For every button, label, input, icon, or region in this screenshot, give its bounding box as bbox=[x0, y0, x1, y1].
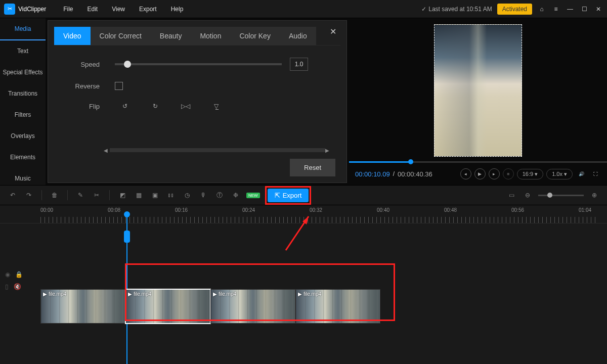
edit-clip-icon[interactable]: ✎ bbox=[75, 190, 86, 201]
sidebar-special-effects[interactable]: Special Effects bbox=[0, 62, 46, 83]
check-icon: ✓ bbox=[421, 6, 426, 13]
edit-panel: ✕ Video Color Correct Beauty Motion Colo… bbox=[48, 20, 347, 183]
zoom-slider[interactable] bbox=[538, 195, 584, 196]
export-highlight-annotation: ⇱ Export bbox=[265, 186, 312, 205]
zoom-in-icon[interactable]: ⊕ bbox=[589, 190, 600, 201]
video-track[interactable]: ▶file.mp4 ▶file.mp4 ▶file.mp4 ▶file.mp4 bbox=[40, 289, 607, 325]
menu-view[interactable]: View bbox=[105, 6, 132, 13]
preview-frame[interactable] bbox=[434, 24, 522, 157]
clip-1[interactable]: ▶file.mp4 bbox=[40, 289, 125, 324]
voiceover-icon[interactable]: 🎙 bbox=[198, 190, 209, 201]
minimize-icon[interactable]: — bbox=[566, 5, 575, 14]
tab-video[interactable]: Video bbox=[54, 27, 91, 45]
speed-label: Speed bbox=[54, 61, 115, 68]
activated-badge[interactable]: Activated bbox=[497, 4, 532, 15]
panel-scrollbar[interactable]: ◀ ▶ bbox=[104, 147, 331, 153]
export-button[interactable]: ⇱ Export bbox=[268, 189, 309, 202]
rotate-cw-icon[interactable]: ↻ bbox=[150, 101, 160, 111]
tts-icon[interactable]: Ⓣ bbox=[214, 190, 225, 201]
speed-slider[interactable] bbox=[115, 63, 282, 65]
delete-icon[interactable]: 🗑 bbox=[49, 190, 60, 201]
reverse-label: Reverse bbox=[54, 82, 115, 90]
preview-panel: 00:00:10.09 / 00:00:40.36 ◂ ▶ ▸ ■ 16:9 ▾… bbox=[349, 18, 607, 185]
speed-value[interactable]: 1.0 bbox=[290, 58, 308, 71]
menu-bar: ✂ VidClipper File Edit View Export Help … bbox=[0, 0, 607, 18]
menu-help[interactable]: Help bbox=[164, 6, 191, 13]
clip-icon: ▶ bbox=[298, 291, 302, 297]
menu-export[interactable]: Export bbox=[132, 6, 164, 13]
playback-speed[interactable]: 1.0x ▾ bbox=[546, 169, 573, 179]
time-total: 00:00:40.36 bbox=[398, 170, 432, 178]
mosaic-icon[interactable]: ▦ bbox=[133, 190, 144, 201]
export-label: Export bbox=[283, 192, 302, 199]
menu-file[interactable]: File bbox=[56, 6, 80, 13]
undo-icon[interactable]: ↶ bbox=[7, 190, 18, 201]
ruler-mark: 00:32 bbox=[310, 207, 322, 213]
ruler-mark: 00:00 bbox=[40, 207, 53, 213]
tab-beauty[interactable]: Beauty bbox=[151, 27, 191, 45]
preview-viewport[interactable] bbox=[349, 18, 607, 163]
time-ruler[interactable]: 00:00 00:08 00:16 00:24 00:32 00:40 00:4… bbox=[0, 205, 607, 223]
stop-icon[interactable]: ■ bbox=[503, 168, 514, 179]
timeline-toolbar: ↶ ↷ 🗑 ✎ ✂ ◩ ▦ ▣ ⫾⫾ ◷ 🎙 Ⓣ ❉ NEW ⇱ Export … bbox=[0, 185, 607, 205]
tab-audio[interactable]: Audio bbox=[280, 27, 316, 45]
tab-color-correct[interactable]: Color Correct bbox=[91, 27, 151, 45]
sidebar-filters[interactable]: Filters bbox=[0, 104, 46, 125]
flip-vertical-icon[interactable]: ▽̲ bbox=[211, 101, 221, 111]
clip-4[interactable]: ▶file.mp4 bbox=[295, 289, 380, 324]
prev-frame-icon[interactable]: ◂ bbox=[460, 168, 471, 179]
play-icon[interactable]: ▶ bbox=[474, 168, 486, 179]
split-icon[interactable]: ✂ bbox=[91, 190, 102, 201]
sidebar-overlays[interactable]: Overlays bbox=[0, 125, 46, 147]
clip-filename: file.mp4 bbox=[219, 291, 236, 297]
preview-progress[interactable] bbox=[349, 161, 607, 163]
scroll-right-arrow-icon[interactable]: ▶ bbox=[325, 148, 331, 153]
next-frame-icon[interactable]: ▸ bbox=[489, 168, 500, 179]
stats-icon[interactable]: ⫾⫾ bbox=[165, 190, 177, 201]
clip-icon: ▶ bbox=[43, 291, 47, 297]
sidebar-media[interactable]: Media bbox=[0, 18, 46, 40]
sidebar-text[interactable]: Text bbox=[0, 40, 46, 62]
tab-color-key[interactable]: Color Key bbox=[230, 27, 279, 45]
clip-filename: file.mp4 bbox=[304, 291, 321, 297]
effects-icon[interactable]: ❉ bbox=[230, 190, 241, 201]
sidebar-elements[interactable]: Elements bbox=[0, 147, 46, 168]
close-panel-icon[interactable]: ✕ bbox=[330, 27, 336, 36]
clip-3[interactable]: ▶file.mp4 bbox=[210, 289, 295, 324]
menu-edit[interactable]: Edit bbox=[80, 6, 105, 13]
ruler-mark: 00:16 bbox=[175, 207, 188, 213]
flip-label: Flip bbox=[54, 103, 115, 110]
aspect-ratio[interactable]: 16:9 ▾ bbox=[517, 169, 543, 179]
rotate-ccw-icon[interactable]: ↺ bbox=[120, 101, 130, 111]
fit-icon[interactable]: ▭ bbox=[506, 190, 517, 201]
fullscreen-icon[interactable]: ⛶ bbox=[590, 168, 601, 179]
volume-icon[interactable]: 🔊 bbox=[576, 168, 587, 179]
pip-icon[interactable]: ▣ bbox=[149, 190, 160, 201]
sidebar-music[interactable]: Music bbox=[0, 168, 46, 189]
maximize-icon[interactable]: ☐ bbox=[580, 5, 589, 14]
timeline: 00:00 00:08 00:16 00:24 00:32 00:40 00:4… bbox=[0, 205, 607, 364]
sidebar-transitions[interactable]: Transitions bbox=[0, 83, 46, 104]
scroll-left-arrow-icon[interactable]: ◀ bbox=[104, 148, 110, 153]
save-status: ✓ Last saved at 10:51 AM bbox=[421, 6, 492, 13]
save-status-text: Last saved at 10:51 AM bbox=[428, 6, 492, 13]
duration-icon[interactable]: ◷ bbox=[182, 190, 193, 201]
reverse-checkbox[interactable] bbox=[115, 82, 123, 90]
ruler-mark: 00:48 bbox=[444, 207, 457, 213]
ruler-mark: 01:04 bbox=[579, 207, 591, 213]
crop-icon[interactable]: ◩ bbox=[117, 190, 128, 201]
close-window-icon[interactable]: ✕ bbox=[594, 5, 603, 14]
app-name: VidClipper bbox=[18, 6, 46, 13]
time-current: 00:00:10.09 bbox=[355, 170, 390, 178]
tab-motion[interactable]: Motion bbox=[191, 27, 230, 45]
home-icon[interactable]: ⌂ bbox=[537, 5, 546, 14]
export-icon: ⇱ bbox=[275, 192, 280, 199]
hamburger-icon[interactable]: ≡ bbox=[551, 5, 560, 14]
clip-filename: file.mp4 bbox=[134, 291, 151, 297]
redo-icon[interactable]: ↷ bbox=[23, 190, 34, 201]
zoom-out-icon[interactable]: ⊖ bbox=[522, 190, 533, 201]
reset-button[interactable]: Reset bbox=[290, 159, 335, 176]
clip-2[interactable]: ▶file.mp4 bbox=[125, 289, 210, 324]
flip-horizontal-icon[interactable]: ▷◁ bbox=[181, 101, 191, 111]
clip-icon: ▶ bbox=[213, 291, 217, 297]
